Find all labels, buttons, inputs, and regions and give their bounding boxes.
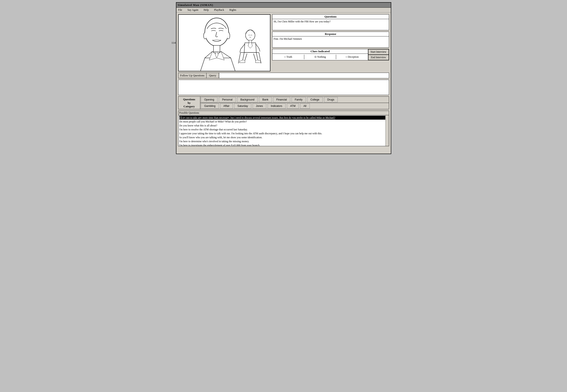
followup-label: Follow Up Questions: [178, 73, 206, 78]
cat-financial[interactable]: Financial: [273, 97, 290, 102]
possible-question-item[interactable]: I appreciate your taking the time to tal…: [179, 131, 388, 135]
video-panel: [178, 14, 270, 71]
possible-question-item[interactable]: Do most people call you Michael or Mike?…: [179, 120, 388, 124]
radio-deception-icon: [346, 55, 347, 58]
cat-family[interactable]: Family: [291, 97, 306, 102]
cat-personal[interactable]: Personal: [219, 97, 236, 102]
possible-question-item[interactable]: I'm here to investigate the embezzlement…: [179, 143, 388, 146]
cat-atm[interactable]: ATM: [287, 103, 299, 109]
possible-question-item[interactable]: So you'll know who you are talking with,…: [179, 135, 388, 139]
menu-rights[interactable]: Rights: [229, 8, 237, 12]
cat-row-2: Gambling Affair Saturday Jones Indicator…: [200, 103, 389, 109]
response-header: Response: [272, 32, 389, 36]
svg-rect-1: [213, 45, 220, 52]
category-buttons-area: Opening Personal Background Bank Financi…: [200, 97, 389, 109]
start-interview-button[interactable]: Start Interview: [368, 49, 389, 55]
title-bar: Simulated Man (SIMAN): [176, 3, 391, 8]
clue-deception-label: Deception: [348, 55, 359, 58]
followup-bar: Follow Up Questions Query: [178, 73, 389, 78]
svg-point-2: [245, 30, 255, 41]
menu-bar: File Say Again Help PlayBack Rights: [176, 8, 391, 13]
possible-question-item[interactable]: I'll try not to take any more time than …: [179, 116, 388, 120]
cat-all[interactable]: All: [300, 103, 309, 109]
questions-panel: Questions Hi, I'm Chris Miller with the …: [272, 14, 389, 30]
possible-question-item[interactable]: I'm here to determine who's involved in …: [179, 139, 388, 143]
radio-truth-icon: [284, 55, 286, 58]
clue-deception[interactable]: Deception: [336, 55, 368, 59]
clue-truth-label: Truth: [287, 55, 292, 58]
followup-input[interactable]: [219, 73, 389, 78]
clue-nothing[interactable]: Nothing: [304, 55, 336, 59]
app-title: Simulated Man (SIMAN): [178, 3, 213, 7]
clues-buttons: Start Interview End Interview: [368, 49, 389, 60]
questions-header: Questions: [272, 14, 389, 19]
possible-questions-header: Possible Questions: [178, 111, 389, 115]
clues-row: Clues Indicated Truth Nothing: [272, 49, 389, 60]
cat-drugs[interactable]: Drugs: [324, 97, 338, 102]
clues-options: Truth Nothing Deception: [272, 54, 368, 60]
query-button[interactable]: Query: [206, 73, 219, 78]
questions-content: Hi, I'm Chris Miller with the FBI How ar…: [272, 19, 389, 30]
cat-bank[interactable]: Bank: [259, 97, 272, 102]
cat-jones[interactable]: Jones: [253, 103, 266, 109]
cat-college[interactable]: College: [307, 97, 323, 102]
possible-questions-list[interactable]: I'll try not to take any more time than …: [178, 115, 389, 146]
cat-background[interactable]: Background: [237, 97, 258, 102]
menu-playback[interactable]: PlayBack: [213, 8, 225, 12]
cat-row-1: Opening Personal Background Bank Financi…: [200, 97, 389, 103]
clues-header: Clues Indicated: [272, 49, 368, 54]
menu-help[interactable]: Help: [203, 8, 210, 12]
clue-nothing-label: Nothing: [317, 55, 326, 58]
possible-question-item[interactable]: Do you know what this is all about?: [179, 124, 388, 127]
questions-by-category-label: Questions by Category: [178, 97, 200, 109]
cat-affair[interactable]: Affair: [220, 103, 233, 109]
radio-nothing-icon: [314, 55, 317, 58]
cat-indicators[interactable]: Indicators: [268, 103, 286, 109]
svg-rect-3: [249, 40, 251, 43]
clue-truth[interactable]: Truth: [272, 55, 304, 59]
response-panel: Response Fine. I'm Michael Simmen: [272, 32, 389, 48]
category-section: Questions by Category Opening Personal B…: [178, 96, 389, 109]
possible-question-item[interactable]: I'm here to resolve the ATM shortage tha…: [179, 127, 388, 131]
svg-point-0: [205, 18, 229, 46]
end-interview-button[interactable]: End Interview: [368, 55, 389, 60]
cat-saturday[interactable]: Saturday: [234, 103, 251, 109]
response-content: Fine. I'm Michael Simmen: [272, 36, 389, 47]
cat-opening[interactable]: Opening: [201, 97, 218, 102]
menu-file[interactable]: File: [177, 8, 183, 12]
possible-questions-section: Possible Questions I'll try not to take …: [178, 111, 389, 146]
cat-gambling[interactable]: Gambling: [201, 103, 219, 109]
empty-area: [178, 80, 389, 95]
menu-say-again[interactable]: Say Again: [187, 8, 199, 12]
label-114: 114: [172, 41, 176, 44]
